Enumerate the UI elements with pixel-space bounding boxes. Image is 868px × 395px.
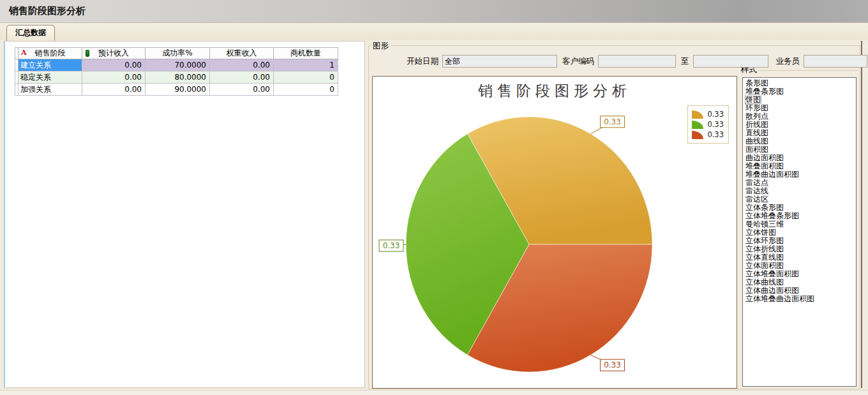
window-bottom-edge bbox=[0, 390, 868, 395]
tab-summary-data[interactable]: 汇总数据 bbox=[6, 25, 55, 41]
table-header-row: A 销售阶段 预计收入 成功率% 权重收入 商机数量 bbox=[15, 48, 338, 59]
style-panel: 样式 条形图堆叠条形图饼图环形图散列点折线图直线图曲线图面积图曲边面积图堆叠面积… bbox=[741, 65, 858, 387]
cell-success-rate[interactable]: 90.0000 bbox=[146, 84, 210, 96]
legend-item: 0.33 bbox=[692, 110, 724, 119]
col-label: 预计收入 bbox=[98, 48, 129, 57]
col-header-weighted-income[interactable]: 权重收入 bbox=[210, 48, 274, 59]
cell-opportunity-count[interactable]: 0 bbox=[274, 71, 338, 84]
summary-table-panel: A 销售阶段 预计收入 成功率% 权重收入 商机数量 bbox=[4, 41, 365, 388]
legend-swatch-icon bbox=[692, 131, 703, 139]
col-label: 销售阶段 bbox=[35, 48, 66, 57]
cell-weighted-income[interactable]: 0.00 bbox=[210, 84, 274, 96]
pie-label-text: 0.33 bbox=[604, 117, 621, 126]
customer-code-input[interactable] bbox=[598, 55, 676, 68]
col-header-expected-income[interactable]: 预计收入 bbox=[82, 48, 146, 59]
green-indicator-icon bbox=[86, 50, 89, 57]
tab-strip: 汇总数据 bbox=[0, 23, 868, 40]
app-window: 销售阶段图形分析 汇总数据 A 销售阶段 预计收入 bbox=[0, 0, 868, 395]
legend-swatch-icon bbox=[692, 110, 703, 119]
salesperson-label: 业务员 bbox=[776, 56, 800, 67]
table-row[interactable]: 稳定关系 0.00 80.0000 0.00 0 bbox=[15, 71, 338, 84]
cell-expected-income[interactable]: 0.00 bbox=[82, 84, 146, 96]
groupbox-groove-line bbox=[759, 70, 858, 71]
chart-area: 0.330.330.33 销售阶段图形分析 0.33 0.33 0.33 bbox=[372, 76, 737, 389]
graph-panel: 图形 开始日期 客户编码 至 业务员 0.330.330.33 销售阶段图形分析… bbox=[367, 41, 863, 391]
start-date-label: 开始日期 bbox=[407, 56, 438, 67]
red-letter-a-icon: A bbox=[21, 48, 27, 57]
pie-chart-svg: 0.330.330.33 bbox=[373, 77, 737, 388]
legend-swatch-icon bbox=[692, 121, 703, 129]
style-list-item[interactable]: 立体堆叠曲边面积图 bbox=[745, 295, 815, 303]
chart-title: 销售阶段图形分析 bbox=[373, 81, 737, 101]
summary-table: A 销售阶段 预计收入 成功率% 权重收入 商机数量 bbox=[15, 47, 338, 96]
customer-code-to-input[interactable] bbox=[693, 55, 768, 68]
table-body: 建立关系 0.00 70.0000 0.00 1 稳定关系 0.00 80.00… bbox=[15, 59, 338, 96]
cell-stage[interactable]: 建立关系 bbox=[19, 59, 82, 71]
to-label: 至 bbox=[681, 56, 689, 67]
col-header-success-rate[interactable]: 成功率% bbox=[146, 48, 210, 59]
cell-expected-income[interactable]: 0.00 bbox=[82, 71, 146, 84]
legend-label: 0.33 bbox=[707, 110, 724, 119]
filter-row: 开始日期 客户编码 至 业务员 bbox=[375, 54, 854, 68]
cell-opportunity-count[interactable]: 0 bbox=[274, 84, 338, 96]
col-header-opportunity-count[interactable]: 商机数量 bbox=[274, 48, 338, 59]
cell-weighted-income[interactable]: 0.00 bbox=[210, 59, 274, 71]
legend-label: 0.33 bbox=[707, 130, 724, 139]
cell-expected-income[interactable]: 0.00 bbox=[82, 59, 146, 71]
cell-success-rate[interactable]: 80.0000 bbox=[146, 71, 210, 84]
chart-legend: 0.33 0.33 0.33 bbox=[687, 105, 729, 144]
pie-label-text: 0.33 bbox=[383, 241, 400, 250]
panel-right-edge bbox=[861, 41, 862, 388]
col-label: 成功率% bbox=[162, 48, 192, 57]
col-label: 权重收入 bbox=[227, 48, 257, 57]
legend-item: 0.33 bbox=[692, 130, 724, 139]
customer-code-label: 客户编码 bbox=[562, 56, 594, 67]
graph-group-label: 图形 bbox=[371, 41, 391, 52]
start-date-input[interactable] bbox=[442, 55, 557, 68]
pie-label-text: 0.33 bbox=[604, 361, 621, 369]
col-label: 商机数量 bbox=[290, 48, 321, 57]
style-list[interactable]: 条形图堆叠条形图饼图环形图散列点折线图直线图曲线图面积图曲边面积图堆叠面积图堆叠… bbox=[742, 77, 857, 387]
tab-label: 汇总数据 bbox=[15, 28, 46, 37]
legend-item: 0.33 bbox=[692, 120, 724, 129]
page-title: 销售阶段图形分析 bbox=[0, 0, 86, 22]
cell-weighted-income[interactable]: 0.00 bbox=[210, 71, 274, 84]
cell-stage[interactable]: 稳定关系 bbox=[19, 71, 82, 84]
cell-success-rate[interactable]: 70.0000 bbox=[146, 59, 210, 71]
table-row[interactable]: 加强关系 0.00 90.0000 0.00 0 bbox=[15, 84, 338, 96]
window-titlebar: 销售阶段图形分析 bbox=[0, 0, 868, 23]
salesperson-input[interactable] bbox=[804, 55, 867, 68]
cell-opportunity-count[interactable]: 1 bbox=[274, 59, 338, 71]
cell-stage[interactable]: 加强关系 bbox=[19, 84, 82, 96]
col-header-stage[interactable]: A 销售阶段 bbox=[19, 48, 82, 59]
legend-label: 0.33 bbox=[707, 120, 724, 129]
table-row[interactable]: 建立关系 0.00 70.0000 0.00 1 bbox=[15, 59, 338, 71]
